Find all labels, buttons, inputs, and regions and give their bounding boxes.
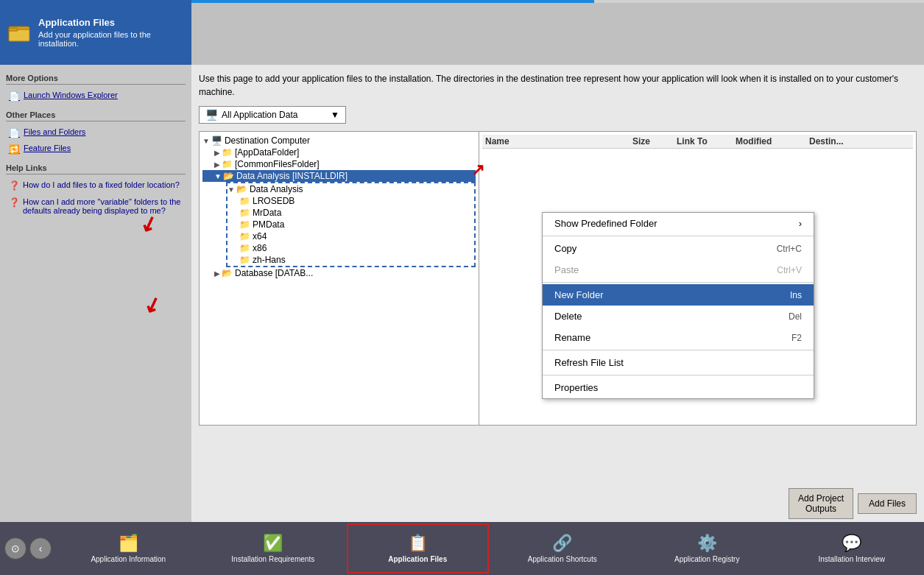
nav-btn-app-files[interactable]: 📋 Application Files — [345, 522, 490, 575]
progress-bar — [191, 0, 924, 3]
nav-icon-app-shortcuts: 🔗 — [552, 534, 572, 553]
expander-commonfiles: ▶ — [214, 160, 220, 169]
nav-icon-app-info: 🗂️ — [119, 534, 138, 553]
folder-icon-dest: 🖥️ — [211, 135, 222, 146]
header-text: Application Files Add your application f… — [38, 17, 186, 48]
header-panel: Application Files Add your application f… — [0, 0, 191, 65]
ctx-properties[interactable]: Properties — [543, 377, 814, 398]
files-and-folders-label: Files and Folders — [24, 127, 85, 136]
tree-label-dataanalysis-inst: Data Analysis [INSTALLDIR] — [236, 171, 348, 181]
annotation-arrow-3: ↙ — [140, 291, 164, 320]
ctx-paste-label: Paste — [554, 264, 579, 275]
tree-node-appdata[interactable]: ▶ 📁 [AppDataFolder] — [202, 147, 476, 158]
tree-node-commonfiles[interactable]: ▶ 📁 [CommonFilesFolder] — [202, 158, 476, 170]
expander-dest: ▼ — [202, 137, 210, 145]
nav-label-install-interview: Installation Interview — [818, 555, 885, 564]
more-options-title: More Options — [6, 74, 186, 85]
help-link-1[interactable]: ❓ How do I add files to a fixed folder l… — [6, 179, 186, 192]
tree-node-x86[interactable]: 📁 x86 — [228, 242, 474, 254]
ctx-refresh[interactable]: Refresh File List — [543, 352, 814, 373]
launch-windows-explorer-link[interactable]: 📄 Launch Windows Explorer — [6, 89, 186, 103]
header-subtitle: Add your application files to the instal… — [38, 30, 186, 48]
ctx-show-predefined[interactable]: Show Predefined Folder › — [543, 213, 814, 234]
nav-home-button[interactable]: ⊙ — [4, 537, 27, 560]
tree-node-x64[interactable]: 📁 x64 — [228, 230, 474, 242]
ctx-delete[interactable]: Delete Del — [543, 306, 814, 327]
nav-label-app-shortcuts: Application Shortcuts — [528, 555, 597, 564]
ctx-paste: Paste Ctrl+V — [543, 259, 814, 281]
tree-label-zhHans: zh-Hans — [253, 255, 286, 265]
progress-fill — [191, 0, 594, 3]
tree-node-dest[interactable]: ▼ 🖥️ Destination Computer — [202, 135, 476, 147]
help-link-2[interactable]: ❓ How can I add more "variable" folders … — [6, 196, 186, 216]
tree-node-zhHans[interactable]: 📁 zh-Hans — [228, 254, 474, 266]
col-name: Name — [485, 136, 632, 147]
ctx-new-folder[interactable]: New Folder Ins — [543, 284, 814, 306]
tree-node-lrosedb[interactable]: 📁 LROSEDB — [228, 195, 474, 207]
tree-node-mrdata[interactable]: 📁 MrData — [228, 207, 474, 219]
folder-icon-dataanalysis-inst: 📂 — [223, 171, 234, 181]
ctx-copy-label: Copy — [554, 243, 576, 254]
tree-node-dataanalysis-inst[interactable]: ▼ 📂 Data Analysis [INSTALLDIR] — [202, 170, 476, 182]
ctx-sep-2 — [543, 282, 814, 283]
help-icon-1: ❓ — [9, 180, 20, 191]
tree-label-x86: x86 — [253, 243, 267, 253]
nav-btn-app-registry[interactable]: ⚙️ Application Registry — [635, 522, 780, 575]
ctx-copy[interactable]: Copy Ctrl+C — [543, 238, 814, 259]
dropdown-label: All Application Data — [222, 110, 297, 120]
nav-icon-app-registry: ⚙️ — [697, 534, 717, 553]
folder-icon-zhHans: 📁 — [239, 255, 250, 265]
nav-icon-install-interview: 💬 — [842, 534, 861, 553]
folder-icon-x64: 📁 — [239, 231, 250, 241]
svg-rect-2 — [9, 28, 18, 31]
nav-btn-app-info[interactable]: 🗂️ Application Information — [56, 522, 201, 575]
col-size: Size — [632, 136, 677, 147]
help-link-2-label: How can I add more "variable" folders to… — [23, 197, 183, 215]
explorer-icon: 📄 — [9, 91, 20, 102]
tree-node-dataanalysis[interactable]: ▼ 📂 Data Analysis — [228, 183, 474, 195]
col-modified: Modified — [736, 136, 809, 147]
ctx-rename-label: Rename — [554, 332, 590, 343]
bottom-buttons: Add ProjectOutputs Add Files — [191, 485, 924, 522]
ctx-paste-shortcut: Ctrl+V — [777, 265, 802, 275]
dropdown-bar: 🖥️ All Application Data ▼ — [199, 106, 917, 124]
tree-node-pmdata[interactable]: 📁 PMData — [228, 219, 474, 230]
expander-database: ▶ — [214, 269, 220, 278]
expander-dataanalysis-inst: ▼ — [214, 172, 222, 180]
main-content: Use this page to add your application fi… — [191, 65, 924, 522]
app-data-dropdown[interactable]: 🖥️ All Application Data ▼ — [199, 106, 346, 124]
folder-icon-lrosedb: 📁 — [239, 196, 250, 206]
ctx-refresh-label: Refresh File List — [554, 357, 624, 368]
files-and-folders-link[interactable]: 📄 Files and Folders — [6, 126, 186, 140]
ctx-delete-label: Delete — [554, 311, 582, 322]
nav-btn-install-interview[interactable]: 💬 Installation Interview — [780, 522, 925, 575]
nav-label-app-registry: Application Registry — [674, 555, 739, 564]
description-text: Use this page to add your application fi… — [199, 72, 917, 99]
ctx-sep-3 — [543, 350, 814, 350]
tree-label-commonfiles: [CommonFilesFolder] — [235, 159, 320, 169]
nav-label-app-files: Application Files — [388, 555, 447, 564]
nav-btn-install-req[interactable]: ✅ Installation Requirements — [201, 522, 346, 575]
nav-bar: ⊙ ‹ 🗂️ Application Information ✅ Install… — [0, 522, 924, 575]
ctx-rename-shortcut: F2 — [791, 333, 802, 343]
tree-label-database: Database [DATAB... — [235, 268, 313, 278]
sidebar: More Options 📄 Launch Windows Explorer ↙… — [0, 65, 191, 522]
folder-icon-appdata: 📁 — [222, 147, 233, 158]
nav-btn-app-shortcuts[interactable]: 🔗 Application Shortcuts — [490, 522, 635, 575]
tree-label-dest: Destination Computer — [225, 135, 310, 146]
add-project-outputs-button[interactable]: Add ProjectOutputs — [789, 488, 853, 519]
ctx-delete-shortcut: Del — [789, 311, 802, 322]
dropdown-arrow: ▼ — [331, 110, 339, 120]
ctx-new-folder-shortcut: Ins — [790, 290, 802, 300]
nav-back-button[interactable]: ‹ — [29, 537, 52, 560]
feature-files-link[interactable]: 🔁 Feature Files — [6, 142, 186, 156]
nav-icon-install-req: ✅ — [263, 534, 283, 553]
nav-label-install-req: Installation Requirements — [231, 555, 314, 564]
add-files-button[interactable]: Add Files — [858, 493, 917, 514]
tree-panel[interactable]: ▼ 🖥️ Destination Computer ▶ 📁 [AppDataFo… — [200, 132, 479, 425]
ctx-new-folder-label: New Folder — [554, 289, 603, 300]
ctx-rename[interactable]: Rename F2 — [543, 327, 814, 348]
folder-icon-mrdata: 📁 — [239, 208, 250, 218]
tree-node-database[interactable]: ▶ 📂 Database [DATAB... — [202, 267, 476, 279]
tree-label-lrosedb: LROSEDB — [253, 196, 295, 206]
